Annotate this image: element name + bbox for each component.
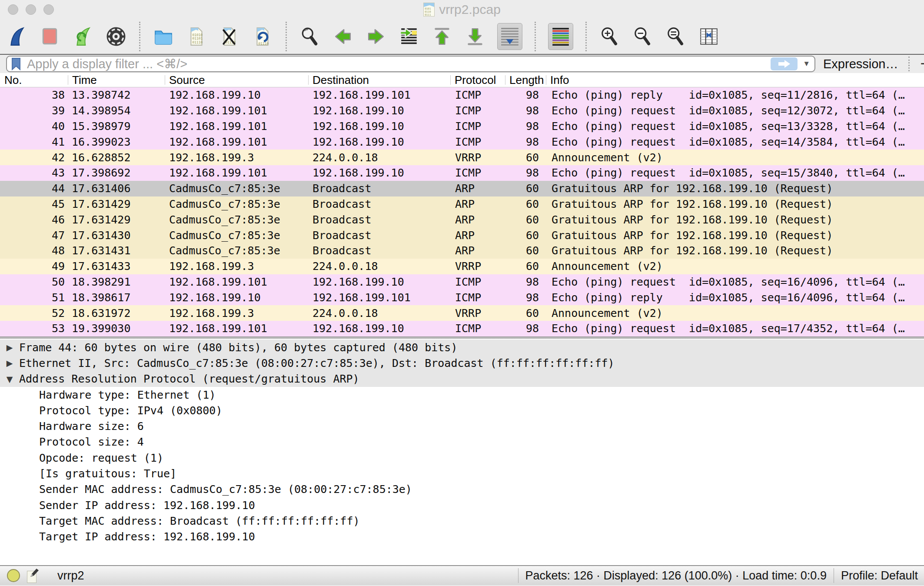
packet-row[interactable]: 4617.631429CadmusCo_c7:85:3eBroadcastARP… — [0, 212, 924, 227]
column-header-destination[interactable]: Destination — [309, 73, 451, 87]
cell-destination: Broadcast — [309, 227, 451, 243]
cell-no: 41 — [0, 134, 68, 150]
apply-filter-button[interactable] — [771, 57, 798, 70]
reload-file-button[interactable]: 01110 — [252, 25, 273, 48]
cell-protocol: ARP — [451, 243, 505, 259]
toolbar-separator — [585, 22, 587, 51]
cell-protocol: ARP — [451, 181, 505, 196]
expanded-arrow-icon[interactable]: ▼ — [0, 374, 19, 384]
detail-row[interactable]: Opcode: request (1) — [0, 450, 924, 466]
start-capture-button[interactable] — [6, 25, 28, 48]
packet-row[interactable]: 4317.398692192.168.199.101192.168.199.10… — [0, 165, 924, 181]
packet-row[interactable]: 4417.631406CadmusCo_c7:85:3eBroadcastARP… — [0, 181, 924, 196]
cell-destination: Broadcast — [309, 181, 451, 196]
zoom-in-button[interactable] — [599, 25, 621, 48]
cell-source: 192.168.199.101 — [165, 165, 309, 181]
detail-row[interactable]: [Is gratuitous: True] — [0, 466, 924, 481]
zoom-out-button[interactable] — [632, 25, 654, 48]
cell-destination: 192.168.199.101 — [309, 290, 451, 305]
auto-scroll-toggle[interactable] — [497, 23, 522, 50]
detail-row[interactable]: Target IP address: 192.168.199.10 — [0, 529, 924, 545]
packet-row[interactable]: 4116.399023192.168.199.101192.168.199.10… — [0, 134, 924, 150]
wireshark-window: 010101100111 vrrp2.pcap — [0, 0, 924, 586]
cell-length: 98 — [505, 134, 546, 150]
cell-length: 60 — [505, 150, 546, 165]
cell-no: 39 — [0, 103, 68, 119]
detail-row[interactable]: ▼Address Resolution Protocol (request/gr… — [0, 371, 924, 387]
profile-label[interactable]: Profile: Default — [841, 569, 918, 583]
previous-packet-button[interactable] — [332, 25, 354, 48]
packet-row[interactable]: 4817.631431CadmusCo_c7:85:3eBroadcastARP… — [0, 243, 924, 259]
detail-row[interactable]: Hardware type: Ethernet (1) — [0, 387, 924, 403]
cell-destination: 192.168.199.10 — [309, 165, 451, 181]
next-packet-button[interactable] — [365, 25, 387, 48]
column-header-source[interactable]: Source — [165, 73, 309, 87]
packet-row[interactable]: 5118.398617192.168.199.10192.168.199.101… — [0, 290, 924, 305]
cell-time: 17.631429 — [68, 212, 165, 227]
cell-source: 192.168.199.10 — [165, 87, 309, 103]
packet-row[interactable]: 4517.631429CadmusCo_c7:85:3eBroadcastARP… — [0, 196, 924, 212]
add-filter-button[interactable]: + — [920, 56, 924, 72]
close-button[interactable] — [8, 4, 18, 15]
packet-row[interactable]: 4216.628852192.168.199.3224.0.0.18VRRP60… — [0, 150, 924, 165]
cell-info: Echo (ping) request id=0x1085, seq=16/40… — [546, 274, 924, 290]
detail-row[interactable]: Sender MAC address: CadmusCo_c7:85:3e (0… — [0, 482, 924, 497]
packet-row[interactable]: 3914.398954192.168.199.101192.168.199.10… — [0, 103, 924, 119]
collapsed-arrow-icon[interactable]: ▶ — [0, 343, 19, 352]
capture-options-button[interactable] — [105, 25, 127, 48]
close-file-button[interactable]: 01110 — [219, 25, 240, 48]
packet-row[interactable]: 5218.631972192.168.199.3224.0.0.18VRRP60… — [0, 305, 924, 321]
bookmark-icon[interactable] — [10, 57, 23, 70]
zoom-reset-button[interactable] — [665, 25, 687, 48]
zoom-button[interactable] — [43, 4, 54, 15]
minimize-button[interactable] — [26, 4, 36, 15]
column-header-protocol[interactable]: Protocol — [451, 73, 505, 87]
packet-stats: Packets: 126 · Displayed: 126 (100.0%) ·… — [525, 569, 827, 583]
column-header-no[interactable]: No. — [0, 73, 68, 87]
packet-row[interactable]: 5319.399030192.168.199.101192.168.199.10… — [0, 321, 924, 336]
first-packet-button[interactable] — [431, 25, 453, 48]
expert-info-indicator[interactable] — [7, 569, 20, 582]
open-file-button[interactable] — [153, 25, 174, 48]
restart-capture-button[interactable] — [72, 25, 94, 48]
find-packet-button[interactable] — [299, 25, 321, 48]
detail-row[interactable]: Target MAC address: Broadcast (ff:ff:ff:… — [0, 513, 924, 529]
packet-row[interactable]: 4015.398979192.168.199.101192.168.199.10… — [0, 119, 924, 134]
display-filter-input[interactable] — [27, 57, 771, 71]
display-filter-input-box[interactable]: ▼ — [6, 56, 815, 72]
toolbar-separator — [139, 22, 140, 51]
auto-scroll-icon — [500, 27, 520, 47]
cell-no: 48 — [0, 243, 68, 259]
stop-capture-button[interactable] — [39, 25, 61, 48]
colorize-icon — [551, 27, 571, 47]
resize-columns-button[interactable] — [698, 25, 720, 48]
column-header-length[interactable]: Length — [505, 73, 546, 87]
main-toolbar: 01010 01101 01110 01110 01110 — [0, 19, 924, 55]
packet-row[interactable]: 4717.631430CadmusCo_c7:85:3eBroadcastARP… — [0, 227, 924, 243]
colorize-toggle[interactable] — [548, 23, 573, 50]
detail-row[interactable]: Sender IP address: 192.168.199.10 — [0, 497, 924, 513]
filter-dropdown-caret[interactable]: ▼ — [803, 60, 810, 68]
cell-info: Announcement (v2) — [546, 259, 924, 274]
last-packet-button[interactable] — [464, 25, 486, 48]
detail-row[interactable]: ▶Ethernet II, Src: CadmusCo_c7:85:3e (08… — [0, 355, 924, 371]
detail-row[interactable]: ▶Frame 44: 60 bytes on wire (480 bits), … — [0, 340, 924, 355]
detail-row[interactable]: Hardware size: 6 — [0, 418, 924, 434]
column-header-time[interactable]: Time — [68, 73, 165, 87]
binary-doc-icon: 01010 01101 01110 — [186, 27, 206, 47]
cell-protocol: ICMP — [451, 290, 505, 305]
save-file-button[interactable]: 01010 01101 01110 — [186, 25, 207, 48]
packet-row[interactable]: 3813.398742192.168.199.10192.168.199.101… — [0, 87, 924, 103]
packet-row[interactable]: 4917.631433192.168.199.3224.0.0.18VRRP60… — [0, 259, 924, 274]
detail-row[interactable]: Protocol type: IPv4 (0x0800) — [0, 403, 924, 418]
capture-comment-icon[interactable] — [27, 568, 39, 583]
cell-time: 19.399030 — [68, 321, 165, 336]
detail-row[interactable]: Protocol size: 4 — [0, 434, 924, 450]
expression-button[interactable]: Expression… — [823, 57, 898, 71]
packet-row[interactable]: 5018.398291192.168.199.101192.168.199.10… — [0, 274, 924, 290]
detail-text: Frame 44: 60 bytes on wire (480 bits), 6… — [19, 341, 457, 354]
cell-source: CadmusCo_c7:85:3e — [165, 196, 309, 212]
column-header-info[interactable]: Info — [546, 73, 924, 87]
go-to-packet-button[interactable] — [398, 25, 420, 48]
collapsed-arrow-icon[interactable]: ▶ — [0, 358, 19, 368]
